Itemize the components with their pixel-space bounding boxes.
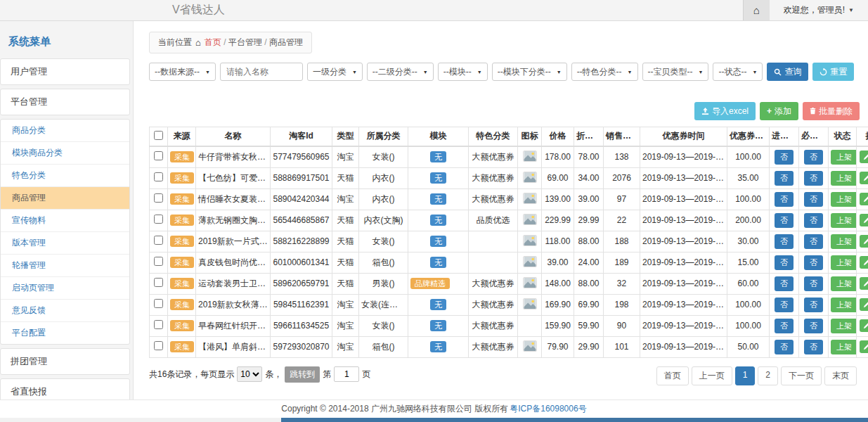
home-button[interactable]: ⌂ bbox=[743, 0, 770, 20]
row-checkbox[interactable] bbox=[154, 299, 163, 308]
filter-select[interactable]: --模块--▼ bbox=[438, 63, 488, 81]
page-button[interactable]: 末页 bbox=[824, 366, 857, 385]
filter-select[interactable]: --数据来源--▼ bbox=[149, 63, 216, 81]
name-search-input[interactable] bbox=[220, 63, 303, 81]
module-badge: 无 bbox=[430, 215, 446, 226]
filter-select[interactable]: --宝贝类型--▼ bbox=[642, 63, 709, 81]
edit-button[interactable] bbox=[860, 319, 868, 332]
user-menu[interactable]: 欢迎您，管理员! ▼ bbox=[770, 4, 868, 16]
must-buy-toggle[interactable]: 否 bbox=[804, 192, 823, 207]
sidebar-item[interactable]: 商品分类 bbox=[1, 120, 129, 142]
product-thumbnail bbox=[523, 235, 537, 246]
horizontal-scrollbar[interactable] bbox=[0, 418, 868, 422]
row-checkbox[interactable] bbox=[154, 215, 163, 224]
edit-button[interactable] bbox=[860, 298, 868, 311]
filter-select[interactable]: --状态--▼ bbox=[713, 63, 763, 81]
must-buy-toggle[interactable]: 否 bbox=[804, 298, 823, 312]
import-pick-toggle[interactable]: 否 bbox=[775, 192, 793, 207]
edit-button[interactable] bbox=[860, 235, 868, 248]
must-buy-toggle[interactable]: 否 bbox=[804, 255, 823, 270]
sidebar-item[interactable]: 版本管理 bbox=[1, 232, 129, 255]
jump-button[interactable]: 跳转到 bbox=[285, 366, 320, 383]
edit-button[interactable] bbox=[860, 277, 868, 290]
edit-button[interactable] bbox=[860, 340, 868, 353]
column-header: 类型 bbox=[332, 127, 359, 146]
filter-select[interactable]: --模块下分类--▼ bbox=[492, 63, 567, 81]
filter-select[interactable]: --二级分类--▼ bbox=[367, 63, 434, 81]
sidebar-item[interactable]: 轮播管理 bbox=[1, 255, 129, 277]
import-pick-toggle[interactable]: 否 bbox=[775, 276, 793, 291]
filter-select[interactable]: 一级分类▼ bbox=[307, 63, 363, 81]
edit-button[interactable] bbox=[860, 214, 868, 226]
breadcrumb-item[interactable]: 首页 bbox=[205, 37, 221, 47]
status-toggle[interactable]: 上架 bbox=[831, 255, 857, 270]
edit-button[interactable] bbox=[860, 151, 868, 163]
must-buy-toggle[interactable]: 否 bbox=[804, 150, 823, 165]
row-checkbox[interactable] bbox=[154, 257, 163, 266]
page-size-select[interactable]: 10 bbox=[237, 366, 262, 382]
row-checkbox[interactable] bbox=[154, 320, 163, 329]
add-button[interactable]: + 添加 bbox=[760, 102, 798, 120]
breadcrumb-item[interactable]: 商品管理 bbox=[269, 37, 303, 47]
sidebar-item[interactable]: 拼团管理 bbox=[0, 348, 130, 375]
sidebar-item[interactable]: 启动页管理 bbox=[1, 277, 129, 300]
edit-button[interactable] bbox=[860, 193, 868, 205]
row-checkbox[interactable] bbox=[154, 151, 163, 160]
sidebar-item[interactable]: 宣传物料 bbox=[1, 210, 129, 232]
must-buy-toggle[interactable]: 否 bbox=[804, 340, 823, 354]
edit-button[interactable] bbox=[860, 256, 868, 269]
search-button[interactable]: 查询 bbox=[767, 63, 808, 81]
status-toggle[interactable]: 上架 bbox=[831, 171, 857, 186]
import-pick-toggle[interactable]: 否 bbox=[775, 234, 793, 249]
sidebar-item[interactable]: 意见反馈 bbox=[1, 300, 129, 322]
row-checkbox[interactable] bbox=[154, 193, 163, 203]
sidebar-item[interactable]: 特色分类 bbox=[1, 165, 129, 187]
status-toggle[interactable]: 上架 bbox=[831, 276, 857, 291]
sidebar-item[interactable]: 用户管理 bbox=[0, 58, 130, 85]
reset-button[interactable]: 重置 bbox=[812, 63, 854, 81]
scrollbar-thumb[interactable] bbox=[281, 418, 868, 422]
breadcrumb-item[interactable]: 平台管理 bbox=[228, 37, 262, 47]
import-pick-toggle[interactable]: 否 bbox=[775, 255, 793, 270]
row-checkbox[interactable] bbox=[154, 341, 163, 350]
cell-name: 真皮钱包时尚优雅女士... bbox=[196, 252, 271, 273]
filter-select[interactable]: --特色分类--▼ bbox=[571, 63, 638, 81]
import-pick-toggle[interactable]: 否 bbox=[775, 340, 793, 354]
status-toggle[interactable]: 上架 bbox=[831, 234, 857, 249]
page-button[interactable]: 下一页 bbox=[781, 366, 822, 385]
import-pick-toggle[interactable]: 否 bbox=[775, 298, 793, 312]
must-buy-toggle[interactable]: 否 bbox=[804, 213, 823, 228]
status-toggle[interactable]: 上架 bbox=[831, 298, 857, 312]
import-excel-button[interactable]: 导入excel bbox=[694, 102, 756, 120]
sidebar-item[interactable]: 省直快报 bbox=[0, 378, 130, 399]
status-toggle[interactable]: 上架 bbox=[831, 213, 857, 228]
import-pick-toggle[interactable]: 否 bbox=[775, 150, 793, 165]
status-toggle[interactable]: 上架 bbox=[831, 150, 857, 165]
status-toggle[interactable]: 上架 bbox=[831, 192, 857, 207]
import-pick-toggle[interactable]: 否 bbox=[775, 319, 793, 333]
must-buy-toggle[interactable]: 否 bbox=[804, 319, 823, 333]
icp-link[interactable]: 粤ICP备16098006号 bbox=[510, 403, 586, 415]
page-button[interactable]: 首页 bbox=[656, 366, 689, 385]
status-toggle[interactable]: 上架 bbox=[831, 340, 857, 354]
must-buy-toggle[interactable]: 否 bbox=[804, 171, 823, 186]
page-button[interactable]: 上一页 bbox=[692, 366, 732, 385]
page-button[interactable]: 1 bbox=[735, 366, 756, 385]
sidebar-item[interactable]: 模块商品分类 bbox=[1, 142, 129, 165]
sidebar-item[interactable]: 平台配置 bbox=[1, 322, 129, 344]
import-pick-toggle[interactable]: 否 bbox=[775, 171, 793, 186]
must-buy-toggle[interactable]: 否 bbox=[804, 276, 823, 291]
row-checkbox[interactable] bbox=[154, 236, 163, 245]
must-buy-toggle[interactable]: 否 bbox=[804, 234, 823, 249]
row-checkbox[interactable] bbox=[154, 172, 163, 181]
edit-button[interactable] bbox=[860, 172, 868, 184]
page-button[interactable]: 2 bbox=[758, 366, 778, 385]
sidebar-item[interactable]: 商品管理 bbox=[1, 187, 129, 210]
status-toggle[interactable]: 上架 bbox=[831, 319, 857, 333]
batch-delete-button[interactable]: 批量删除 bbox=[803, 102, 860, 120]
jump-page-input[interactable] bbox=[334, 366, 359, 382]
row-checkbox[interactable] bbox=[154, 278, 163, 287]
sidebar-item[interactable]: 平台管理 bbox=[0, 89, 130, 115]
select-all-checkbox[interactable] bbox=[154, 131, 163, 140]
import-pick-toggle[interactable]: 否 bbox=[775, 213, 793, 228]
